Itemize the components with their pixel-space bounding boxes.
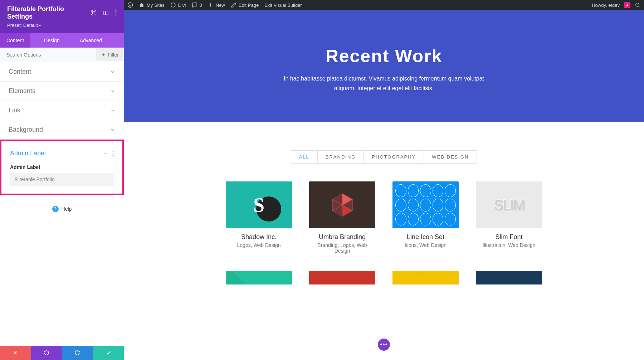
hero-subtitle: In hac habitasse platea dictumst. Vivamu… xyxy=(273,74,495,93)
thumbnail-partial[interactable] xyxy=(476,271,542,284)
filter-label: Filter xyxy=(108,52,119,58)
filter-web-design[interactable]: WEB DESIGN xyxy=(424,150,477,164)
card-meta: Icons, Web Design xyxy=(392,242,459,248)
thumbnail-partial[interactable] xyxy=(392,271,459,284)
card-meta: Illustration, Web Design xyxy=(476,242,542,248)
card-title: Umbra Branding xyxy=(309,233,375,241)
section-elements[interactable]: Elements xyxy=(0,82,124,101)
section-title: Admin Label xyxy=(10,150,46,157)
panel-icon[interactable] xyxy=(103,10,109,16)
exit-builder-link[interactable]: Exit Visual Builder xyxy=(264,3,302,8)
portfolio-card[interactable]: S Shadow Inc. Logos, Web Design xyxy=(226,181,292,254)
portfolio-card[interactable]: Umbra Branding Branding, Logos, Web Desi… xyxy=(309,181,375,254)
sidebar-footer xyxy=(0,346,124,360)
new-link[interactable]: New xyxy=(208,2,225,8)
slim-logo: SLIM xyxy=(494,197,524,213)
portfolio-section: ALL BRANDING PHOTOGRAPHY WEB DESIGN S Sh… xyxy=(124,122,644,299)
save-button[interactable] xyxy=(93,346,124,360)
svg-point-14 xyxy=(171,3,175,7)
card-title: Slim Font xyxy=(476,233,542,241)
search-icon[interactable] xyxy=(635,2,640,8)
hero-title: Recent Work xyxy=(138,46,630,67)
chevron-down-icon xyxy=(110,69,115,74)
section-link[interactable]: Link xyxy=(0,101,124,120)
svg-point-4 xyxy=(116,13,117,14)
howdy-user[interactable]: Howdy, etdev xyxy=(592,3,620,8)
wp-logo-icon[interactable] xyxy=(127,2,133,8)
hero-section: Recent Work In hac habitasse platea dict… xyxy=(124,10,644,122)
card-meta: Branding, Logos, Web Design xyxy=(309,242,375,254)
module-title: Filterable Portfolio Settings xyxy=(7,5,91,20)
preset-selector[interactable]: Preset: Default xyxy=(7,23,117,28)
chevron-up-icon xyxy=(103,151,108,156)
filter-all[interactable]: ALL xyxy=(291,150,318,164)
my-sites-link[interactable]: My Sites xyxy=(139,2,165,8)
portfolio-card[interactable]: Line Icon Set Icons, Web Design xyxy=(392,181,459,254)
svg-rect-1 xyxy=(104,11,108,15)
settings-sidebar: Filterable Portfolio Settings Preset: De… xyxy=(0,0,124,360)
thumbnail-umbra xyxy=(309,181,375,228)
svg-point-13 xyxy=(128,3,132,7)
portfolio-grid: S Shadow Inc. Logos, Web Design Umbra Br… xyxy=(138,181,630,254)
svg-line-18 xyxy=(639,6,640,7)
svg-point-8 xyxy=(113,151,114,152)
thumbnail-shadow: S xyxy=(226,181,292,228)
avatar-icon[interactable]: ★ xyxy=(624,2,630,8)
thumbnail-icons xyxy=(392,181,459,228)
search-input[interactable] xyxy=(0,48,96,62)
section-title: Background xyxy=(9,126,43,133)
cancel-button[interactable] xyxy=(0,346,31,360)
more-icon[interactable] xyxy=(115,10,117,16)
card-title: Line Icon Set xyxy=(392,233,459,241)
search-row: Filter xyxy=(0,48,124,62)
accordion: Content Elements Link Background xyxy=(0,62,124,346)
chevron-down-icon xyxy=(110,127,115,132)
tab-design[interactable]: Design xyxy=(38,33,66,48)
divi-link[interactable]: Divi xyxy=(170,2,186,8)
wp-admin-bar: My Sites Divi 0 New Edit Page Exit Visua… xyxy=(124,0,644,10)
svg-point-9 xyxy=(113,153,114,154)
focus-icon[interactable] xyxy=(91,10,97,16)
svg-point-10 xyxy=(113,155,114,156)
builder-fab[interactable]: ••• xyxy=(378,339,390,351)
tab-content[interactable]: Content xyxy=(0,33,30,48)
help-button[interactable]: ? Help xyxy=(0,195,124,223)
redo-button[interactable] xyxy=(62,346,93,360)
edit-page-link[interactable]: Edit Page xyxy=(231,2,259,8)
portfolio-card[interactable]: SLIM Slim Font Illustration, Web Design xyxy=(476,181,542,254)
admin-label-input[interactable] xyxy=(10,173,114,186)
comments-link[interactable]: 0 xyxy=(192,2,202,8)
section-content[interactable]: Content xyxy=(0,62,124,82)
chevron-down-icon xyxy=(110,108,115,113)
card-meta: Logos, Web Design xyxy=(226,242,292,248)
section-title: Elements xyxy=(9,87,35,95)
section-admin-label: Admin Label Admin Label xyxy=(0,140,124,195)
sidebar-tabs: Content Design Advanced xyxy=(0,33,124,48)
section-title: Content xyxy=(9,68,31,76)
filter-button[interactable]: Filter xyxy=(96,48,124,61)
section-title: Link xyxy=(9,107,20,114)
admin-label-field-label: Admin Label xyxy=(10,164,114,170)
svg-point-17 xyxy=(636,3,639,6)
undo-button[interactable] xyxy=(31,346,62,360)
filter-branding[interactable]: BRANDING xyxy=(317,150,364,164)
section-background[interactable]: Background xyxy=(0,120,124,140)
help-label: Help xyxy=(62,206,72,212)
svg-rect-0 xyxy=(93,12,95,14)
main-canvas: My Sites Divi 0 New Edit Page Exit Visua… xyxy=(124,0,644,360)
section-more-icon[interactable] xyxy=(112,151,114,156)
thumbnail-slim: SLIM xyxy=(476,181,542,228)
thumbnail-partial[interactable] xyxy=(226,271,292,284)
filter-photography[interactable]: PHOTOGRAPHY xyxy=(364,150,424,164)
chevron-down-icon xyxy=(110,89,115,94)
svg-point-3 xyxy=(116,10,117,11)
help-icon: ? xyxy=(52,206,59,212)
portfolio-filters: ALL BRANDING PHOTOGRAPHY WEB DESIGN xyxy=(138,150,630,164)
tab-advanced[interactable]: Advanced xyxy=(73,33,108,48)
portfolio-grid-row2 xyxy=(138,271,630,284)
thumbnail-partial[interactable] xyxy=(309,271,375,284)
section-admin-label-header[interactable]: Admin Label xyxy=(1,141,122,163)
card-title: Shadow Inc. xyxy=(226,233,292,241)
sidebar-header: Filterable Portfolio Settings Preset: De… xyxy=(0,0,124,33)
svg-point-5 xyxy=(116,15,117,16)
